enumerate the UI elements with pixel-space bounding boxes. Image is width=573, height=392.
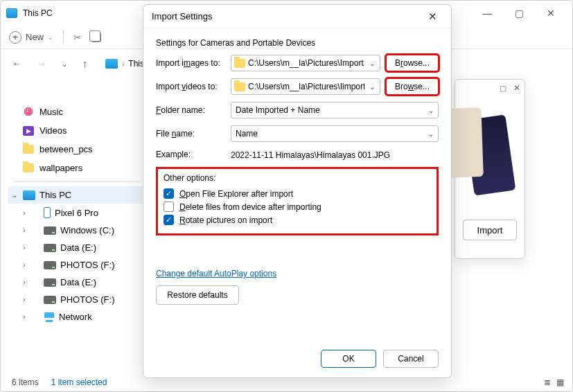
tree-item-photos-f-[interactable]: ›PHOTOS (F:) — [8, 291, 145, 308]
tree-item-data-e-[interactable]: ›Data (E:) — [8, 239, 145, 256]
chevron-icon[interactable]: › — [20, 209, 28, 217]
open-explorer-label: Open File Explorer after import — [179, 189, 293, 199]
folder-name-select[interactable]: Date Imported + Name ⌄ — [231, 102, 439, 118]
folder-icon — [23, 163, 34, 172]
sidebar-item-videos[interactable]: ▶Videos — [8, 121, 145, 140]
video-icon: ▶ — [23, 126, 34, 136]
new-button[interactable]: + New ⌄ — [9, 31, 53, 44]
rotate-label: Rotate pictures on import — [179, 215, 272, 225]
tree-item-label: Data (E:) — [60, 277, 96, 287]
pc-icon — [23, 190, 35, 200]
popup-close-icon[interactable]: ✕ — [513, 83, 520, 93]
tree-item-data-e-[interactable]: ›Data (E:) — [8, 274, 145, 291]
tree-item-pixel-6-pro[interactable]: ›Pixel 6 Pro — [8, 204, 145, 222]
dialog-titlebar: Import Settings ✕ — [143, 5, 451, 28]
sidebar-item-label: between_pcs — [39, 144, 93, 154]
drive-icon — [44, 261, 56, 269]
open-explorer-checkbox[interactable]: ✓ — [164, 188, 174, 199]
folder-name-label: Folder name: — [156, 105, 225, 115]
tree-item-this-pc[interactable]: ⌄This PC — [8, 186, 145, 204]
rotate-checkbox[interactable]: ✓ — [164, 215, 174, 225]
chevron-down-icon: ⌄ — [48, 34, 53, 41]
drive-icon — [44, 226, 56, 235]
selection-count: 1 item selected — [51, 377, 107, 387]
sidebar-item-between_pcs[interactable]: between_pcs — [8, 140, 145, 159]
item-count: 6 items — [12, 377, 39, 387]
copy-button[interactable] — [91, 33, 101, 42]
chevron-icon[interactable]: › — [20, 261, 28, 269]
import-images-label: Import images to: — [156, 58, 225, 68]
phone-icon — [44, 207, 51, 218]
file-name-select[interactable]: Name ⌄ — [231, 125, 439, 142]
close-button[interactable]: ✕ — [535, 3, 567, 24]
dialog-close-button[interactable]: ✕ — [423, 8, 443, 26]
cut-button[interactable]: ✂ — [73, 32, 82, 43]
restore-defaults-button[interactable]: Restore defaults — [156, 285, 239, 305]
cancel-button[interactable]: Cancel — [383, 350, 439, 368]
example-label: Example: — [156, 150, 225, 159]
back-button[interactable]: ← — [9, 58, 24, 69]
delete-files-checkbox[interactable] — [164, 202, 174, 212]
import-button[interactable]: Import — [463, 220, 517, 240]
chevron-icon[interactable]: › — [20, 313, 28, 321]
tree-item-label: Data (E:) — [60, 242, 96, 253]
import-videos-path[interactable]: C:\Users\m__la\Pictures\Iimport ⌄ — [231, 78, 380, 95]
status-bar: 6 items 1 item selected — [12, 377, 107, 387]
chevron-down-icon[interactable]: ⌄ — [367, 60, 377, 67]
chevron-down-icon[interactable]: ⌄ — [367, 83, 377, 91]
view-toggles[interactable]: ≣▦ — [544, 377, 564, 387]
section-label: Settings for Cameras and Portable Device… — [156, 38, 439, 48]
popup-maximize-icon[interactable]: ▢ — [500, 84, 506, 93]
ok-button[interactable]: OK — [321, 350, 376, 368]
minimize-button[interactable]: ― — [471, 3, 503, 24]
browse-images-button[interactable]: Browse... — [386, 55, 439, 71]
music-icon — [23, 106, 34, 117]
tree-item-network[interactable]: ›Network — [8, 308, 145, 326]
up-button[interactable]: ↑ — [80, 58, 90, 69]
device-import-popup: ▢ ✕ Import — [455, 79, 525, 259]
import-settings-dialog: Import Settings ✕ Settings for Cameras a… — [143, 4, 452, 378]
chevron-icon[interactable]: › — [20, 278, 28, 286]
tree-item-label: Pixel 6 Pro — [55, 208, 98, 218]
example-value: 2022-11-11 Himalayas\Himalayas 001.JPG — [231, 149, 390, 160]
chevron-icon[interactable]: › — [20, 244, 28, 251]
delete-files-label: Delete files from device after importing — [179, 202, 321, 212]
plus-icon: + — [9, 31, 21, 44]
chevron-down-icon: ⌄ — [428, 107, 434, 114]
file-name-label: File name: — [156, 129, 225, 139]
window-title: This PC — [23, 8, 53, 18]
device-thumbnail — [455, 96, 524, 214]
tree-item-label: Windows (C:) — [60, 225, 114, 235]
dialog-title: Import Settings — [152, 11, 212, 21]
other-options-group: Other options: ✓ Open File Explorer afte… — [156, 167, 439, 235]
recent-dropdown[interactable]: ⌄ — [59, 60, 70, 68]
maximize-button[interactable]: ▢ — [503, 3, 535, 24]
chevron-icon[interactable]: › — [20, 226, 28, 234]
browse-videos-button[interactable]: Browse... — [386, 78, 439, 95]
other-options-label: Other options: — [164, 173, 431, 183]
drive-icon — [44, 278, 56, 287]
folder-icon — [234, 59, 245, 68]
tree-item-label: PHOTOS (F:) — [60, 260, 114, 270]
chevron-icon[interactable]: ⌄ — [10, 191, 19, 199]
sidebar: Music▶Videosbetween_pcswallpapers ⌄This … — [8, 102, 145, 326]
sidebar-item-label: Videos — [39, 125, 67, 136]
forward-button[interactable]: → — [34, 58, 49, 69]
tree-item-label: This PC — [39, 190, 71, 200]
drive-icon — [44, 296, 56, 304]
tree-item-windows-c-[interactable]: ›Windows (C:) — [8, 222, 145, 239]
sidebar-item-wallpapers[interactable]: wallpapers — [8, 159, 145, 177]
autoplay-link[interactable]: Change default AutoPlay options — [156, 269, 276, 278]
this-pc-icon — [6, 8, 17, 18]
import-images-path[interactable]: C:\Users\m__la\Pictures\Import ⌄ — [231, 55, 380, 71]
sidebar-item-music[interactable]: Music — [8, 102, 145, 121]
sidebar-item-label: wallpapers — [39, 163, 82, 173]
tree-item-photos-f-[interactable]: ›PHOTOS (F:) — [8, 256, 145, 274]
tree-item-label: PHOTOS (F:) — [60, 294, 114, 305]
import-videos-label: Import videos to: — [156, 82, 225, 91]
tree-item-label: Network — [59, 312, 92, 322]
chevron-icon[interactable]: › — [20, 296, 28, 303]
drive-icon — [44, 244, 56, 252]
folder-icon — [234, 82, 245, 91]
this-pc-icon — [105, 59, 118, 69]
